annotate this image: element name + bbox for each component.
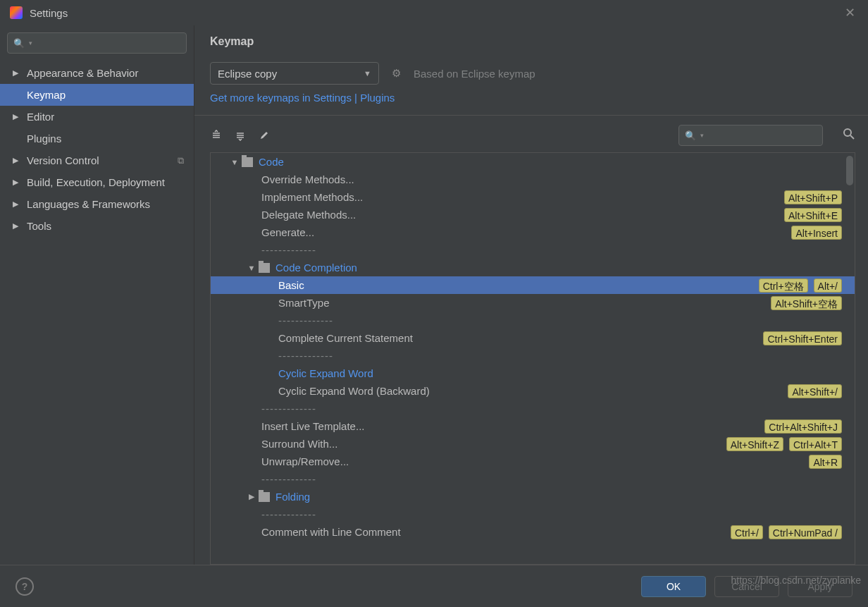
tree-action[interactable]: Cyclic Expand Word bbox=[211, 364, 855, 382]
chevron-down-icon[interactable]: ▼ bbox=[228, 158, 242, 166]
chevron-right-icon: ▶ bbox=[13, 112, 21, 121]
shortcut-list: Alt+R bbox=[809, 455, 842, 469]
shortcut-list: Ctrl+空格Alt+/ bbox=[759, 278, 842, 293]
sidebar-item-build-execution-deployment[interactable]: ▶Build, Execution, Deployment bbox=[0, 171, 194, 193]
gear-icon[interactable]: ⚙ bbox=[392, 67, 401, 80]
search-history-chevron-icon[interactable]: ▾ bbox=[29, 39, 32, 47]
action-search[interactable]: 🔍 ▾ bbox=[678, 125, 823, 146]
action-label: Unwrap/Remove... bbox=[261, 455, 349, 467]
settings-search-input[interactable] bbox=[37, 37, 180, 49]
shortcut-badge: Ctrl+Alt+Shift+J bbox=[764, 419, 842, 434]
tree-separator: ------------- bbox=[211, 400, 855, 417]
separator-label: ------------- bbox=[261, 403, 316, 415]
separator-label: ------------- bbox=[261, 244, 316, 256]
shortcut-badge: Alt+Shift+/ bbox=[788, 384, 842, 398]
tree-action[interactable]: Unwrap/Remove...Alt+R bbox=[211, 453, 855, 470]
sidebar-item-tools[interactable]: ▶Tools bbox=[0, 215, 194, 237]
get-more-keymaps-link[interactable]: Get more keymaps in Settings | Plugins bbox=[210, 92, 855, 104]
shortcut-badge: Alt+Shift+Z bbox=[726, 437, 783, 451]
chevron-right-icon: ▶ bbox=[13, 200, 21, 209]
folder-label: Code Completion bbox=[275, 262, 357, 274]
tree-action[interactable]: Generate...Alt+Insert bbox=[211, 223, 855, 241]
tree-separator: ------------- bbox=[211, 241, 855, 259]
tree-folder[interactable]: ▼Code bbox=[211, 153, 855, 171]
tree-action[interactable]: BasicCtrl+空格Alt+/ bbox=[211, 276, 855, 294]
dialog-footer: ? OK Cancel Apply bbox=[0, 565, 868, 607]
shortcut-list: Alt+Shift+空格 bbox=[771, 296, 842, 310]
expand-all-icon[interactable] bbox=[210, 129, 223, 142]
tree-action[interactable]: Delegate Methods...Alt+Shift+E bbox=[211, 206, 855, 223]
tree-action[interactable]: SmartTypeAlt+Shift+空格 bbox=[211, 294, 855, 312]
action-label: SmartType bbox=[278, 297, 330, 309]
sidebar-item-languages-frameworks[interactable]: ▶Languages & Frameworks bbox=[0, 193, 194, 215]
shortcut-badge: Alt+/ bbox=[814, 278, 842, 293]
tree-action[interactable]: Comment with Line CommentCtrl+/Ctrl+NumP… bbox=[211, 523, 855, 541]
context-options-icon[interactable]: ⧉ bbox=[178, 155, 184, 166]
folder-icon bbox=[242, 157, 253, 167]
tree-action[interactable]: Override Methods... bbox=[211, 171, 855, 188]
collapse-all-icon[interactable] bbox=[234, 129, 247, 142]
nav-label: Build, Execution, Deployment bbox=[27, 176, 165, 188]
shortcut-badge: Ctrl+空格 bbox=[759, 278, 808, 293]
tree-action[interactable]: Surround With...Alt+Shift+ZCtrl+Alt+T bbox=[211, 435, 855, 453]
sidebar-item-keymap[interactable]: Keymap bbox=[0, 84, 194, 106]
chevron-down-icon[interactable]: ▼ bbox=[244, 264, 259, 272]
shortcut-list: Alt+Shift+ZCtrl+Alt+T bbox=[726, 437, 842, 451]
sidebar-item-version-control[interactable]: ▶Version Control⧉ bbox=[0, 149, 194, 171]
tree-folder[interactable]: ▶Folding bbox=[211, 488, 855, 505]
chevron-right-icon[interactable]: ▶ bbox=[244, 492, 259, 501]
tree-separator: ------------- bbox=[211, 312, 855, 329]
tree-action[interactable]: Cyclic Expand Word (Backward)Alt+Shift+/ bbox=[211, 382, 855, 400]
shortcut-badge: Alt+R bbox=[809, 455, 842, 469]
ok-button[interactable]: OK bbox=[641, 576, 706, 597]
nav-label: Version Control bbox=[27, 154, 99, 166]
settings-nav: ▶Appearance & BehaviorKeymap▶EditorPlugi… bbox=[0, 62, 194, 237]
help-button[interactable]: ? bbox=[16, 577, 34, 596]
action-label: Complete Current Statement bbox=[278, 332, 413, 344]
search-icon: 🔍 bbox=[13, 38, 25, 49]
action-label: Delegate Methods... bbox=[261, 209, 356, 221]
tree-separator: ------------- bbox=[211, 505, 855, 523]
action-label: Implement Methods... bbox=[261, 191, 363, 203]
close-icon[interactable]: ✕ bbox=[841, 4, 858, 21]
shortcut-list: Alt+Shift+P bbox=[784, 190, 842, 204]
tree-folder[interactable]: ▼Code Completion bbox=[211, 259, 855, 276]
tree-action[interactable]: Implement Methods...Alt+Shift+P bbox=[211, 188, 855, 206]
sidebar-item-editor[interactable]: ▶Editor bbox=[0, 106, 194, 128]
folder-icon bbox=[259, 492, 270, 502]
apply-button[interactable]: Apply bbox=[788, 576, 852, 597]
find-by-shortcut-icon[interactable] bbox=[843, 128, 855, 144]
chevron-right-icon: ▶ bbox=[13, 221, 21, 231]
scrollbar-thumb[interactable] bbox=[846, 156, 853, 185]
action-label: Insert Live Template... bbox=[261, 420, 364, 432]
tree-action[interactable]: Insert Live Template...Ctrl+Alt+Shift+J bbox=[211, 417, 855, 435]
main-area: 🔍 ▾ ▶Appearance & BehaviorKeymap▶EditorP… bbox=[0, 25, 868, 565]
sidebar-item-appearance-behavior[interactable]: ▶Appearance & Behavior bbox=[0, 62, 194, 84]
search-history-chevron-icon[interactable]: ▾ bbox=[700, 132, 704, 139]
chevron-right-icon: ▶ bbox=[13, 156, 21, 165]
sidebar-item-plugins[interactable]: Plugins bbox=[0, 128, 194, 149]
window-title: Settings bbox=[30, 7, 68, 19]
cancel-button-label: Cancel bbox=[731, 581, 762, 592]
settings-search[interactable]: 🔍 ▾ bbox=[7, 32, 187, 54]
action-label: Cyclic Expand Word (Backward) bbox=[278, 385, 430, 397]
tree-action[interactable]: Complete Current StatementCtrl+Shift+Ent… bbox=[211, 329, 855, 347]
divider bbox=[194, 115, 868, 116]
keymap-select-row: Eclipse copy ▼ ⚙ Based on Eclipse keymap bbox=[210, 62, 855, 85]
keymap-select[interactable]: Eclipse copy ▼ bbox=[210, 62, 379, 85]
shortcut-list: Ctrl+/Ctrl+NumPad / bbox=[731, 525, 842, 539]
tree-separator: ------------- bbox=[211, 347, 855, 364]
app-icon bbox=[10, 6, 23, 19]
edit-shortcut-icon[interactable] bbox=[258, 129, 271, 142]
settings-sidebar: 🔍 ▾ ▶Appearance & BehaviorKeymap▶EditorP… bbox=[0, 25, 194, 565]
ok-button-label: OK bbox=[666, 581, 681, 592]
shortcut-badge: Ctrl+Alt+T bbox=[789, 437, 842, 451]
shortcut-list: Alt+Insert bbox=[791, 226, 842, 240]
nav-label: Languages & Frameworks bbox=[27, 198, 150, 210]
keymap-select-value: Eclipse copy bbox=[218, 68, 277, 80]
action-label: Comment with Line Comment bbox=[261, 526, 401, 538]
cancel-button[interactable]: Cancel bbox=[714, 576, 779, 597]
action-search-input[interactable] bbox=[708, 130, 830, 142]
chevron-down-icon: ▼ bbox=[364, 69, 371, 78]
shortcut-badge: Ctrl+/ bbox=[731, 525, 763, 539]
